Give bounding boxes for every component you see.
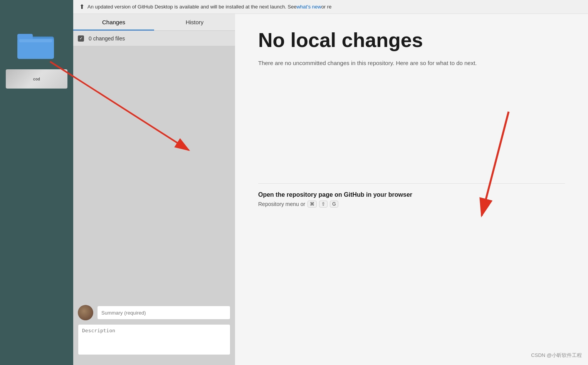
changed-files-bar: ✓ 0 changed files bbox=[73, 31, 235, 46]
open-repo-section: Open the repository page on GitHub in yo… bbox=[258, 183, 565, 208]
select-all-checkbox[interactable]: ✓ bbox=[78, 35, 84, 42]
svg-rect-1 bbox=[17, 34, 33, 39]
update-suffix: or re bbox=[321, 4, 332, 10]
shortcut-key: G bbox=[330, 201, 338, 208]
tab-changes[interactable]: Changes bbox=[73, 14, 154, 30]
folder-icon bbox=[17, 31, 56, 62]
sidebar: cod bbox=[0, 0, 73, 365]
changed-files-count: 0 changed files bbox=[89, 35, 125, 42]
folder-area: cod bbox=[6, 31, 67, 89]
watermark: CSDN @小昕软件工程 bbox=[531, 352, 582, 359]
commit-area bbox=[73, 300, 235, 365]
second-item: cod bbox=[6, 69, 67, 89]
summary-input[interactable] bbox=[97, 306, 230, 320]
update-bar: ⬆ An updated version of GitHub Desktop i… bbox=[73, 0, 588, 14]
update-icon: ⬆ bbox=[79, 3, 84, 10]
description-input[interactable] bbox=[78, 324, 230, 355]
commit-author-row bbox=[78, 305, 230, 320]
no-changes-title: No local changes bbox=[258, 29, 565, 51]
svg-rect-3 bbox=[19, 39, 52, 42]
open-repo-title: Open the repository page on GitHub in yo… bbox=[258, 191, 565, 198]
shortcut-shift: ⇧ bbox=[319, 201, 328, 208]
open-repo-desc: Repository menu or ⌘ ⇧ G bbox=[258, 201, 565, 208]
avatar bbox=[78, 305, 93, 320]
update-text: An updated version of GitHub Desktop is … bbox=[87, 4, 297, 10]
no-changes-desc: There are no uncommitted changes in this… bbox=[258, 59, 489, 68]
shortcut-cmd: ⌘ bbox=[307, 201, 317, 208]
whats-new-link[interactable]: what's new bbox=[297, 4, 321, 10]
tab-history[interactable]: History bbox=[154, 14, 235, 30]
tabs-container: Changes History bbox=[73, 14, 235, 31]
main-content: No local changes There are no uncommitte… bbox=[235, 14, 588, 365]
